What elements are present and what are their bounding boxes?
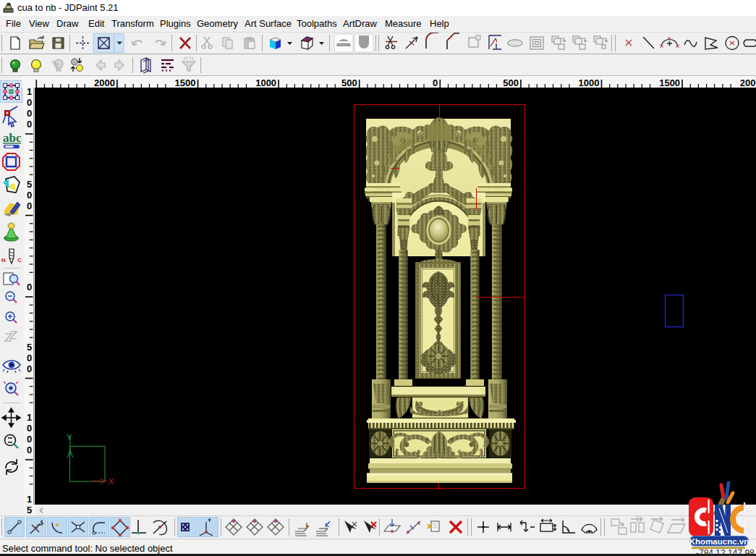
svg-text:0: 0 (27, 201, 32, 211)
svg-text:5: 5 (27, 505, 32, 515)
svg-text:1500: 1500 (175, 77, 196, 88)
svg-text:1: 1 (27, 412, 32, 423)
svg-text:-784.12 147.98: -784.12 147.98 (696, 548, 755, 556)
svg-text:0: 0 (27, 445, 32, 455)
svg-text:X: X (109, 477, 114, 486)
svg-text:C: C (17, 257, 22, 264)
svg-text:0: 0 (27, 282, 32, 292)
svg-text:0: 0 (27, 434, 32, 445)
svg-text:500: 500 (503, 77, 519, 88)
svg-text:5: 5 (27, 179, 32, 190)
svg-text:0: 0 (27, 190, 32, 201)
svg-text:1500: 1500 (659, 77, 680, 88)
svg-text:N: N (1, 257, 6, 264)
svg-text:Khomaucnc.vn: Khomaucnc.vn (689, 537, 749, 546)
svg-text:500: 500 (341, 77, 357, 88)
svg-text:0: 0 (27, 108, 32, 119)
svg-text:0: 0 (27, 423, 32, 434)
svg-text:abc: abc (3, 131, 22, 145)
svg-text:2000: 2000 (740, 77, 756, 88)
svg-text:1: 1 (27, 494, 32, 505)
svg-text:0: 0 (433, 77, 438, 88)
svg-text:0: 0 (27, 97, 32, 108)
svg-text:0: 0 (27, 353, 32, 363)
svg-text:1000: 1000 (579, 77, 600, 88)
svg-text:2000: 2000 (94, 77, 115, 88)
svg-text:Y: Y (67, 433, 72, 442)
svg-text:1000: 1000 (255, 77, 276, 88)
svg-text:1: 1 (27, 88, 32, 97)
svg-text:0: 0 (27, 119, 32, 130)
svg-text:0: 0 (27, 363, 32, 374)
svg-text:5: 5 (27, 342, 32, 353)
